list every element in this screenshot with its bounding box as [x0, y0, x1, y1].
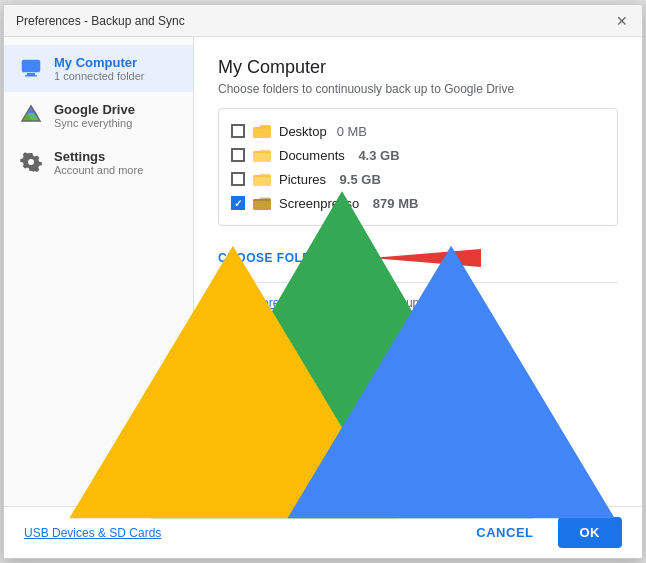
dialog-title: Preferences - Backup and Sync	[16, 14, 185, 28]
svg-point-8	[28, 159, 34, 165]
settings-icon	[20, 151, 42, 173]
my-computer-title: My Computer	[54, 55, 145, 70]
sidebar-item-google-drive[interactable]: Google Drive Sync everything	[4, 92, 193, 139]
svg-rect-1	[27, 73, 35, 75]
dialog-body: My Computer 1 connected folder	[4, 37, 642, 506]
my-computer-sub: 1 connected folder	[54, 70, 145, 82]
google-drive-icon	[20, 104, 42, 126]
svg-rect-0	[22, 60, 40, 72]
preferences-dialog: Preferences - Backup and Sync ✕ My Compu…	[3, 4, 643, 559]
section-title: My Computer	[218, 57, 618, 78]
close-button[interactable]: ✕	[614, 13, 630, 29]
title-bar: Preferences - Backup and Sync ✕	[4, 5, 642, 37]
sidebar: My Computer 1 connected folder	[4, 37, 194, 506]
monitor-icon	[20, 57, 42, 79]
my-computer-text: My Computer 1 connected folder	[54, 55, 145, 82]
svg-rect-2	[25, 75, 37, 77]
